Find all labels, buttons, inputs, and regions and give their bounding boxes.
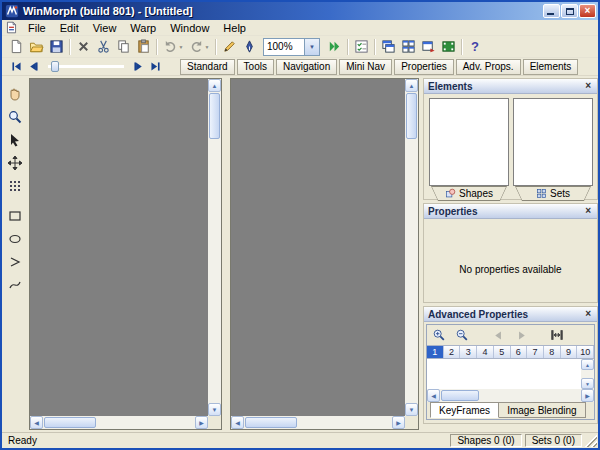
sets-listbox[interactable] [513, 98, 593, 186]
duplicate-window-icon[interactable] [418, 38, 438, 56]
frame-cell-6[interactable]: 6 [511, 346, 528, 358]
frame-cell-7[interactable]: 7 [527, 346, 544, 358]
menu-window[interactable]: Window [163, 21, 216, 35]
scroll-down-icon[interactable]: ▼ [405, 403, 418, 416]
tile-windows-icon[interactable] [398, 38, 418, 56]
shapes-tab[interactable]: Shapes [431, 186, 507, 201]
scroll-thumb[interactable] [245, 417, 297, 428]
cut-icon[interactable] [93, 38, 113, 56]
close-icon[interactable]: × [583, 81, 593, 91]
keyframe-track-area[interactable]: ▲ ▼ [427, 359, 594, 389]
scroll-right-icon[interactable]: ▶ [195, 416, 208, 429]
prev-frame-icon[interactable] [25, 59, 42, 74]
save-icon[interactable] [46, 38, 66, 56]
scroll-thumb[interactable] [441, 390, 479, 401]
render-icon[interactable] [324, 38, 344, 56]
polyline-tool-icon[interactable] [5, 252, 25, 272]
open-icon[interactable] [26, 38, 46, 56]
next-frame-icon[interactable] [130, 59, 147, 74]
scroll-right-icon[interactable]: ▶ [392, 416, 405, 429]
zoom-input[interactable]: 100% [263, 38, 305, 56]
fit-range-icon[interactable] [548, 327, 566, 343]
scroll-up-icon[interactable]: ▲ [208, 79, 221, 92]
menu-help[interactable]: Help [216, 21, 253, 35]
scroll-thumb[interactable] [209, 93, 220, 139]
menu-edit[interactable]: Edit [53, 21, 86, 35]
scroll-thumb[interactable] [406, 93, 417, 139]
target-canvas[interactable] [231, 79, 405, 416]
curve-tool-icon[interactable] [5, 275, 25, 295]
help-icon[interactable]: ? [465, 38, 485, 56]
app-icon[interactable] [5, 4, 19, 18]
next-keyframe-icon[interactable] [512, 327, 530, 343]
select-tool-cursor-icon[interactable] [5, 130, 25, 150]
source-canvas[interactable] [30, 79, 208, 416]
scroll-thumb[interactable] [44, 417, 96, 428]
view-tab-properties[interactable]: Properties [394, 59, 454, 75]
maximize-button[interactable] [561, 4, 578, 18]
zoom-in-icon[interactable] [430, 327, 448, 343]
pan-tool-hand-icon[interactable] [5, 84, 25, 104]
scroll-right-icon[interactable]: ▶ [581, 389, 594, 402]
close-button[interactable]: × [579, 4, 596, 18]
frame-cell-1[interactable]: 1 [427, 346, 444, 358]
frame-cell-8[interactable]: 8 [544, 346, 561, 358]
first-frame-icon[interactable] [8, 59, 25, 74]
scroll-track[interactable] [97, 416, 195, 429]
sets-tab[interactable]: Sets [515, 186, 591, 201]
pen-icon[interactable] [239, 38, 259, 56]
frame-slider-thumb[interactable] [51, 61, 59, 72]
scroll-up-icon[interactable]: ▲ [405, 79, 418, 92]
zoom-tool-magnifier-icon[interactable] [5, 107, 25, 127]
scroll-track[interactable] [208, 140, 221, 403]
scroll-track[interactable] [480, 389, 581, 402]
minimize-button[interactable] [543, 4, 560, 18]
rectangle-tool-icon[interactable] [5, 206, 25, 226]
frame-cell-2[interactable]: 2 [444, 346, 461, 358]
close-icon[interactable]: × [583, 309, 593, 319]
scroll-left-icon[interactable]: ◀ [427, 389, 440, 402]
tab-keyframes[interactable]: KeyFrames [430, 402, 499, 418]
delete-icon[interactable] [73, 38, 93, 56]
scroll-up-icon[interactable]: ▲ [581, 359, 594, 370]
scroll-down-icon[interactable]: ▼ [581, 378, 594, 389]
undo-icon[interactable]: ▼ [160, 38, 186, 56]
menu-view[interactable]: View [86, 21, 124, 35]
scroll-down-icon[interactable]: ▼ [208, 403, 221, 416]
cascade-windows-icon[interactable] [378, 38, 398, 56]
last-frame-icon[interactable] [147, 59, 164, 74]
frame-cell-3[interactable]: 3 [460, 346, 477, 358]
view-tab-mini-nav[interactable]: Mini Nav [339, 59, 392, 75]
view-tab-tools[interactable]: Tools [237, 59, 274, 75]
pencil-icon[interactable] [219, 38, 239, 56]
move-tool-icon[interactable] [5, 153, 25, 173]
document-system-icon[interactable] [5, 21, 18, 34]
scroll-left-icon[interactable]: ◀ [30, 416, 43, 429]
copy-icon[interactable] [113, 38, 133, 56]
prev-keyframe-icon[interactable] [489, 327, 507, 343]
scroll-track[interactable] [581, 370, 594, 378]
menu-file[interactable]: File [21, 21, 53, 35]
ellipse-tool-icon[interactable] [5, 229, 25, 249]
scroll-track[interactable] [405, 140, 418, 403]
close-icon[interactable]: × [583, 206, 593, 216]
paste-icon[interactable] [133, 38, 153, 56]
view-tab-standard[interactable]: Standard [180, 59, 235, 75]
new-icon[interactable] [6, 38, 26, 56]
redo-dropdown-icon[interactable]: ▼ [205, 44, 210, 50]
frame-cell-10[interactable]: 10 [577, 346, 594, 358]
undo-dropdown-icon[interactable]: ▼ [179, 44, 184, 50]
scroll-left-icon[interactable]: ◀ [231, 416, 244, 429]
frame-cell-9[interactable]: 9 [561, 346, 578, 358]
frame-slider[interactable] [46, 59, 126, 74]
zoom-out-icon[interactable] [453, 327, 471, 343]
view-tab-navigation[interactable]: Navigation [276, 59, 337, 75]
menu-warp[interactable]: Warp [123, 21, 163, 35]
view-tab-adv-props[interactable]: Adv. Props. [456, 59, 521, 75]
resize-grip[interactable] [585, 435, 597, 447]
options-icon[interactable] [351, 38, 371, 56]
movie-icon[interactable] [438, 38, 458, 56]
frame-cell-4[interactable]: 4 [477, 346, 494, 358]
tab-image-blending[interactable]: Image Blending [499, 402, 586, 418]
view-tab-elements[interactable]: Elements [523, 59, 579, 75]
